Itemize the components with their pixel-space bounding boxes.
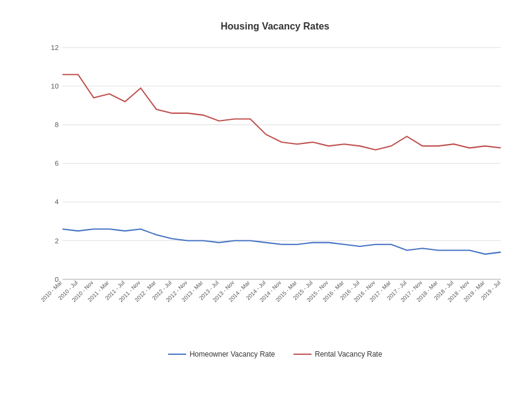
legend-rental: Rental Vacancy Rate <box>293 350 383 358</box>
rental-legend-label: Rental Vacancy Rate <box>315 350 383 358</box>
chart-svg: 0246810122010 - Mar2010 - Jul2010 - Nov2… <box>37 38 513 345</box>
chart-container: Housing Vacancy Rates 0246810122010 - Ma… <box>7 9 525 395</box>
svg-text:8: 8 <box>54 121 58 128</box>
svg-text:10: 10 <box>51 83 58 90</box>
rental-legend-line <box>293 354 311 355</box>
chart-title: Housing Vacancy Rates <box>37 21 513 32</box>
chart-area: 0246810122010 - Mar2010 - Jul2010 - Nov2… <box>37 38 513 345</box>
homeowner-legend-line <box>168 354 186 355</box>
svg-text:12: 12 <box>51 44 58 51</box>
svg-text:2: 2 <box>54 237 58 244</box>
legend-homeowner: Homeowner Vacancy Rate <box>168 350 275 358</box>
homeowner-legend-label: Homeowner Vacancy Rate <box>190 350 275 358</box>
legend: Homeowner Vacancy Rate Rental Vacancy Ra… <box>37 350 513 358</box>
svg-text:6: 6 <box>54 160 58 167</box>
svg-text:4: 4 <box>54 198 58 205</box>
